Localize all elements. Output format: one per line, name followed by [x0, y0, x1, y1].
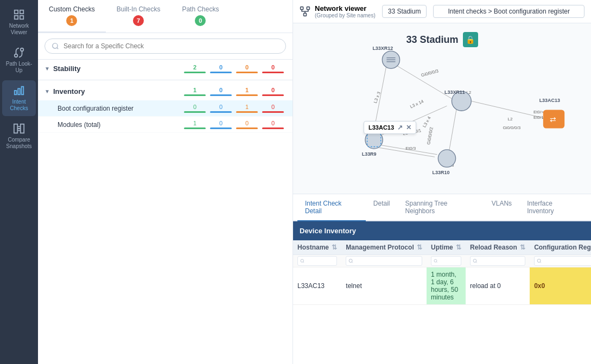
table-title: Device Inventory: [293, 221, 591, 240]
svg-text:L33R9: L33R9: [362, 151, 377, 157]
filter-row: [293, 254, 591, 267]
svg-point-50: [301, 259, 303, 261]
tab-detail[interactable]: Detail: [366, 194, 398, 221]
filter-mgmt[interactable]: [346, 256, 422, 266]
svg-rect-12: [301, 7, 303, 10]
filter-config-register[interactable]: [534, 256, 591, 266]
breadcrumb: Intent checks > Boot configuration regis…: [433, 5, 584, 18]
search-input-wrap[interactable]: [45, 39, 286, 54]
filter-uptime-input[interactable]: [440, 258, 459, 264]
popup-node-label: L33AC13: [368, 124, 394, 131]
inventory-bar-blue: [210, 94, 232, 96]
svg-text:L33AC13: L33AC13: [539, 98, 560, 103]
col-reload-reason[interactable]: Reload Reason ⇅: [466, 240, 530, 255]
inventory-bar-green: [184, 94, 206, 96]
filter-hostname-input[interactable]: [307, 258, 334, 264]
stadium-badge[interactable]: 33 Stadium: [382, 5, 427, 18]
sort-icon: ⇅: [417, 244, 422, 251]
filter-search-icon: [348, 258, 353, 264]
filter-reload[interactable]: [470, 256, 525, 266]
svg-text:L33XR11: L33XR11: [444, 90, 465, 95]
sidebar-item-label: Intent Checks: [4, 99, 34, 112]
tab-builtin-checks-badge: 7: [133, 15, 144, 26]
svg-point-52: [434, 259, 437, 262]
svg-text:L2: L2: [507, 117, 512, 122]
col-config-register[interactable]: Configuration Register ⇅: [530, 240, 591, 255]
sidebar-item-network-viewer[interactable]: Network Viewer: [2, 4, 36, 40]
svg-text:Et0/1: Et0/1: [533, 115, 544, 120]
svg-rect-2: [15, 16, 18, 19]
boot-bar-red: [262, 111, 284, 113]
cell-uptime: 1 month, 1 day, 6 hours, 50 minutes: [427, 267, 466, 304]
sidebar-item-intent-checks[interactable]: Intent Checks: [2, 80, 36, 116]
svg-rect-10: [21, 124, 24, 133]
tab-path-checks[interactable]: Path Checks 0: [171, 0, 230, 33]
sidebar-item-path-lookup[interactable]: Path Look-Up: [2, 42, 36, 78]
filter-mgmt-input[interactable]: [355, 258, 420, 264]
svg-line-15: [391, 62, 452, 99]
svg-point-5: [21, 48, 24, 52]
inventory-stat-green: 1: [193, 87, 196, 93]
tab-builtin-checks[interactable]: Built-In Checks 7: [106, 0, 171, 33]
filter-search-icon: [473, 258, 478, 264]
col-hostname[interactable]: Hostname ⇅: [293, 240, 341, 255]
group-inventory-header[interactable]: ▼ Inventory 1 0 1: [38, 82, 293, 100]
sort-icon: ⇅: [520, 244, 525, 251]
sidebar-item-compare-snapshots[interactable]: Compare Snapshots: [2, 118, 36, 154]
svg-rect-9: [14, 124, 17, 133]
boot-stat-green: 0: [193, 104, 196, 110]
filter-uptime[interactable]: [431, 256, 461, 266]
tab-spanning-tree[interactable]: Spanning Tree Neighbors: [397, 194, 484, 221]
filter-search-icon: [537, 258, 542, 264]
search-bar: [38, 33, 293, 60]
modules-stat-green: 1: [193, 120, 196, 126]
stability-bar-blue: [210, 72, 232, 73]
path-icon: [13, 47, 25, 59]
svg-text:Gi0/0/0/3: Gi0/0/0/3: [503, 125, 520, 130]
check-item-boot-config[interactable]: Boot configuration register 0 0 1: [38, 100, 293, 117]
svg-rect-0: [15, 10, 18, 14]
boot-bar-blue: [210, 111, 232, 113]
svg-text:L3 x 4: L3 x 4: [422, 116, 432, 129]
graph-title: 33 Stadium 🔒: [406, 32, 478, 47]
svg-text:L3 x 14: L3 x 14: [409, 99, 424, 110]
network-viewer-info: Network viewer (Grouped by Site names): [300, 4, 376, 18]
popup-close-icon[interactable]: ✕: [406, 124, 411, 131]
search-input[interactable]: [63, 42, 279, 50]
inventory-stat-orange: 1: [245, 87, 249, 93]
svg-point-51: [349, 259, 352, 262]
check-item-modules[interactable]: Modules (total) 1 0 0 0: [38, 117, 293, 133]
tab-interface-inventory[interactable]: Interface Inventory: [519, 194, 587, 221]
grid-icon: [13, 9, 25, 21]
tab-custom-checks[interactable]: Custom Checks 1: [38, 0, 106, 33]
stability-bar-green: [184, 72, 206, 73]
boot-stat-orange: 1: [245, 104, 249, 110]
col-uptime[interactable]: Uptime ⇅: [427, 240, 466, 255]
filter-config-register-input[interactable]: [544, 258, 591, 264]
tab-vlans[interactable]: VLANs: [484, 194, 519, 221]
stability-bar-red: [262, 72, 284, 73]
sidebar-item-label: Network Viewer: [4, 23, 34, 36]
tab-path-checks-label: Path Checks: [182, 5, 219, 13]
tab-intent-check-detail[interactable]: Intent Check Detail: [297, 194, 366, 221]
checks-panel: Custom Checks 1 Built-In Checks 7 Path C…: [38, 0, 293, 364]
group-stability-header[interactable]: ▼ Stability 2 0 0: [38, 60, 293, 78]
sort-icon: ⇅: [456, 244, 461, 251]
tab-path-checks-badge: 0: [195, 15, 206, 26]
cell-reload-reason: reload at 0: [466, 267, 530, 304]
popup-external-link-icon[interactable]: ↗: [397, 124, 403, 131]
cell-config-register: 0x0: [530, 267, 591, 304]
cell-mgmt-protocol: telnet: [341, 267, 427, 304]
filter-search-icon: [300, 258, 304, 264]
modules-bar-blue: [210, 127, 232, 129]
filter-hostname[interactable]: [297, 256, 337, 266]
filter-reload-input[interactable]: [480, 258, 523, 264]
stability-stat-blue: 0: [219, 64, 223, 71]
stability-stat-orange: 0: [245, 64, 249, 71]
col-mgmt-protocol[interactable]: Management Protocol ⇅: [341, 240, 427, 255]
node-popup: L33AC13 ↗ ✕: [364, 121, 416, 134]
sidebar-item-label: Compare Snapshots: [4, 137, 34, 150]
group-stability-label: Stability: [53, 65, 81, 73]
svg-rect-8: [22, 87, 24, 95]
table-section: Device Inventory Hostname ⇅ Management P…: [293, 221, 591, 365]
